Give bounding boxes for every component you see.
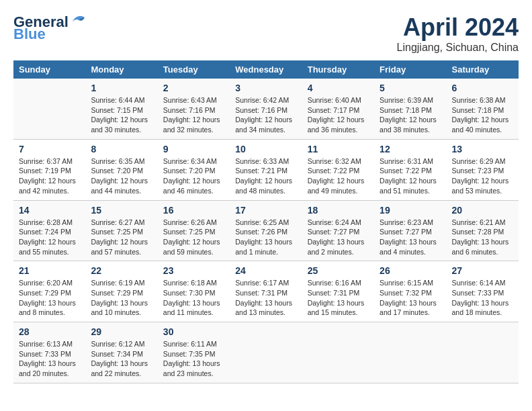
day-number: 3 — [235, 83, 296, 93]
calendar-cell: 5Sunrise: 6:39 AMSunset: 7:18 PMDaylight… — [374, 79, 446, 139]
day-number: 13 — [452, 144, 513, 154]
cell-info: Sunrise: 6:35 AMSunset: 7:20 PMDaylight:… — [91, 157, 148, 195]
calendar-row: 21Sunrise: 6:20 AMSunset: 7:29 PMDayligh… — [13, 261, 519, 322]
cell-info: Sunrise: 6:24 AMSunset: 7:27 PMDaylight:… — [308, 218, 365, 256]
day-number: 6 — [452, 83, 513, 93]
day-number: 27 — [452, 265, 513, 276]
day-number: 7 — [19, 144, 80, 154]
calendar-cell: 7Sunrise: 6:37 AMSunset: 7:19 PMDaylight… — [13, 139, 85, 200]
day-number: 17 — [235, 205, 296, 216]
cell-info: Sunrise: 6:31 AMSunset: 7:22 PMDaylight:… — [380, 157, 437, 195]
day-number: 22 — [91, 265, 152, 276]
cell-info: Sunrise: 6:28 AMSunset: 7:24 PMDaylight:… — [19, 218, 76, 256]
cell-info: Sunrise: 6:38 AMSunset: 7:18 PMDaylight:… — [452, 96, 509, 134]
calendar-cell: 25Sunrise: 6:16 AMSunset: 7:31 PMDayligh… — [302, 261, 374, 322]
calendar-cell — [374, 322, 446, 383]
cell-info: Sunrise: 6:32 AMSunset: 7:22 PMDaylight:… — [308, 157, 365, 195]
calendar-cell: 20Sunrise: 6:21 AMSunset: 7:28 PMDayligh… — [447, 200, 519, 261]
cell-info: Sunrise: 6:23 AMSunset: 7:27 PMDaylight:… — [380, 218, 437, 256]
cell-info: Sunrise: 6:33 AMSunset: 7:21 PMDaylight:… — [235, 157, 292, 195]
day-number: 28 — [19, 326, 80, 337]
day-number: 24 — [235, 265, 296, 276]
day-number: 23 — [163, 265, 224, 276]
day-number: 10 — [235, 144, 296, 154]
logo: General Blue — [13, 13, 86, 43]
calendar-cell: 16Sunrise: 6:26 AMSunset: 7:25 PMDayligh… — [158, 200, 230, 261]
weekday-header: Saturday — [447, 60, 519, 79]
calendar-cell: 15Sunrise: 6:27 AMSunset: 7:25 PMDayligh… — [85, 200, 157, 261]
cell-info: Sunrise: 6:17 AMSunset: 7:31 PMDaylight:… — [235, 279, 292, 316]
cell-info: Sunrise: 6:15 AMSunset: 7:32 PMDaylight:… — [380, 279, 437, 316]
calendar-cell — [230, 322, 302, 383]
page-header: General Blue April 2024 Lingjiang, Sichu… — [13, 13, 519, 54]
month-title: April 2024 — [397, 13, 519, 42]
calendar-cell: 21Sunrise: 6:20 AMSunset: 7:29 PMDayligh… — [13, 261, 85, 322]
location-title: Lingjiang, Sichuan, China — [397, 42, 519, 54]
cell-info: Sunrise: 6:29 AMSunset: 7:23 PMDaylight:… — [452, 157, 509, 195]
day-number: 15 — [91, 205, 152, 216]
cell-info: Sunrise: 6:34 AMSunset: 7:20 PMDaylight:… — [163, 157, 220, 195]
calendar-cell: 4Sunrise: 6:40 AMSunset: 7:17 PMDaylight… — [302, 79, 374, 139]
calendar-cell — [13, 79, 85, 139]
day-number: 30 — [163, 326, 224, 337]
cell-info: Sunrise: 6:11 AMSunset: 7:35 PMDaylight:… — [163, 340, 220, 377]
day-number: 14 — [19, 205, 80, 216]
calendar-row: 7Sunrise: 6:37 AMSunset: 7:19 PMDaylight… — [13, 139, 519, 200]
calendar-cell: 1Sunrise: 6:44 AMSunset: 7:15 PMDaylight… — [85, 79, 157, 139]
cell-info: Sunrise: 6:39 AMSunset: 7:18 PMDaylight:… — [380, 96, 437, 134]
cell-info: Sunrise: 6:40 AMSunset: 7:17 PMDaylight:… — [308, 96, 365, 134]
cell-info: Sunrise: 6:37 AMSunset: 7:19 PMDaylight:… — [19, 157, 76, 195]
calendar-cell: 6Sunrise: 6:38 AMSunset: 7:18 PMDaylight… — [447, 79, 519, 139]
calendar-cell: 22Sunrise: 6:19 AMSunset: 7:29 PMDayligh… — [85, 261, 157, 322]
calendar-cell: 12Sunrise: 6:31 AMSunset: 7:22 PMDayligh… — [374, 139, 446, 200]
weekday-header: Thursday — [302, 60, 374, 79]
calendar-row: 28Sunrise: 6:13 AMSunset: 7:33 PMDayligh… — [13, 322, 519, 383]
calendar-cell: 3Sunrise: 6:42 AMSunset: 7:16 PMDaylight… — [230, 79, 302, 139]
cell-info: Sunrise: 6:43 AMSunset: 7:16 PMDaylight:… — [163, 96, 220, 134]
day-number: 25 — [308, 265, 369, 276]
cell-info: Sunrise: 6:42 AMSunset: 7:16 PMDaylight:… — [235, 96, 292, 134]
title-section: April 2024 Lingjiang, Sichuan, China — [397, 13, 519, 54]
calendar-cell: 29Sunrise: 6:12 AMSunset: 7:34 PMDayligh… — [85, 322, 157, 383]
calendar-cell: 23Sunrise: 6:18 AMSunset: 7:30 PMDayligh… — [158, 261, 230, 322]
weekday-header: Tuesday — [158, 60, 230, 79]
cell-info: Sunrise: 6:27 AMSunset: 7:25 PMDaylight:… — [91, 218, 148, 256]
calendar-row: 14Sunrise: 6:28 AMSunset: 7:24 PMDayligh… — [13, 200, 519, 261]
cell-info: Sunrise: 6:16 AMSunset: 7:31 PMDaylight:… — [308, 279, 365, 316]
weekday-header: Friday — [374, 60, 446, 79]
logo-bird-icon — [71, 15, 86, 27]
calendar-cell: 18Sunrise: 6:24 AMSunset: 7:27 PMDayligh… — [302, 200, 374, 261]
cell-info: Sunrise: 6:25 AMSunset: 7:26 PMDaylight:… — [235, 218, 292, 256]
calendar-cell: 30Sunrise: 6:11 AMSunset: 7:35 PMDayligh… — [158, 322, 230, 383]
calendar-cell: 11Sunrise: 6:32 AMSunset: 7:22 PMDayligh… — [302, 139, 374, 200]
calendar-cell: 24Sunrise: 6:17 AMSunset: 7:31 PMDayligh… — [230, 261, 302, 322]
calendar-cell: 19Sunrise: 6:23 AMSunset: 7:27 PMDayligh… — [374, 200, 446, 261]
cell-info: Sunrise: 6:26 AMSunset: 7:25 PMDaylight:… — [163, 218, 220, 256]
calendar-cell: 8Sunrise: 6:35 AMSunset: 7:20 PMDaylight… — [85, 139, 157, 200]
day-number: 29 — [91, 326, 152, 337]
cell-info: Sunrise: 6:14 AMSunset: 7:33 PMDaylight:… — [452, 279, 509, 316]
day-number: 20 — [452, 205, 513, 216]
cell-info: Sunrise: 6:13 AMSunset: 7:33 PMDaylight:… — [19, 340, 76, 377]
day-number: 11 — [308, 144, 369, 154]
calendar-table: SundayMondayTuesdayWednesdayThursdayFrid… — [13, 60, 519, 383]
cell-info: Sunrise: 6:44 AMSunset: 7:15 PMDaylight:… — [91, 96, 148, 134]
logo-blue: Blue — [13, 26, 46, 43]
calendar-cell: 10Sunrise: 6:33 AMSunset: 7:21 PMDayligh… — [230, 139, 302, 200]
calendar-cell: 2Sunrise: 6:43 AMSunset: 7:16 PMDaylight… — [158, 79, 230, 139]
day-number: 12 — [380, 144, 441, 154]
day-number: 9 — [163, 144, 224, 154]
day-number: 26 — [380, 265, 441, 276]
day-number: 18 — [308, 205, 369, 216]
calendar-cell: 28Sunrise: 6:13 AMSunset: 7:33 PMDayligh… — [13, 322, 85, 383]
day-number: 5 — [380, 83, 441, 93]
calendar-row: 1Sunrise: 6:44 AMSunset: 7:15 PMDaylight… — [13, 79, 519, 139]
calendar-cell: 13Sunrise: 6:29 AMSunset: 7:23 PMDayligh… — [447, 139, 519, 200]
day-number: 8 — [91, 144, 152, 154]
weekday-header: Wednesday — [230, 60, 302, 79]
cell-info: Sunrise: 6:20 AMSunset: 7:29 PMDaylight:… — [19, 279, 76, 316]
calendar-header-row: SundayMondayTuesdayWednesdayThursdayFrid… — [13, 60, 519, 79]
weekday-header: Monday — [85, 60, 157, 79]
day-number: 4 — [308, 83, 369, 93]
calendar-cell: 9Sunrise: 6:34 AMSunset: 7:20 PMDaylight… — [158, 139, 230, 200]
